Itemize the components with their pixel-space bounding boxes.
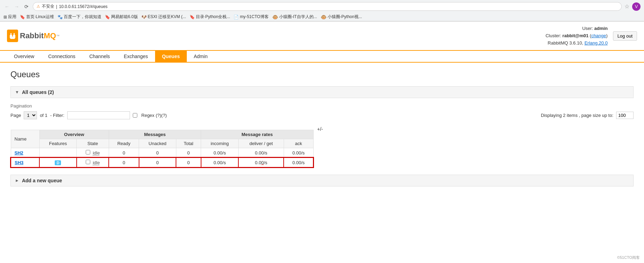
filter-input[interactable] bbox=[67, 111, 130, 119]
filter-label: - Filter: bbox=[50, 113, 64, 118]
cluster-name: rabbit@m01 bbox=[562, 33, 589, 38]
all-queues-label: All queues (2) bbox=[22, 89, 54, 95]
nav-connections[interactable]: Connections bbox=[41, 51, 82, 62]
row-features: D bbox=[39, 158, 77, 167]
row-deliver-get: 0.00/s bbox=[238, 148, 284, 158]
bookmarks-bar: ⊞ 应用 🔖 首页·Linux运维 🐾 百度一下，你就知道 🔖 网易邮箱6.0版… bbox=[0, 13, 644, 21]
bookmark-2[interactable]: 🐾 百度一下，你就知道 bbox=[58, 14, 101, 20]
row-ack: 0.00/s bbox=[284, 158, 313, 167]
row-ack: 0.00/s bbox=[284, 148, 313, 158]
add-queue-arrow-icon: ► bbox=[15, 178, 19, 183]
table-wrapper: Name Overview Messages Message rates Fea… bbox=[10, 125, 634, 168]
pagination-section: Pagination Page 1 of 1 - Filter: Regex (… bbox=[10, 103, 634, 119]
forward-button[interactable]: → bbox=[13, 3, 20, 10]
page-size-input[interactable] bbox=[616, 112, 634, 119]
col-header-incoming: incoming bbox=[201, 139, 239, 148]
nav-overview[interactable]: Overview bbox=[7, 51, 41, 62]
section-arrow-icon: ▼ bbox=[15, 90, 19, 95]
col-header-state: State bbox=[77, 139, 109, 148]
bookmark-4[interactable]: 🐶 ESXI 迁移至KVM (... bbox=[141, 14, 186, 20]
col-header-unacked: Unacked bbox=[139, 139, 176, 148]
group-header-overview: Overview bbox=[39, 130, 109, 139]
row-ready: 0 bbox=[109, 148, 139, 158]
row-state: idle bbox=[77, 158, 109, 167]
change-link[interactable]: change bbox=[591, 33, 606, 38]
version-label: RabbitMQ 3.6.10, bbox=[548, 40, 583, 46]
refresh-button[interactable]: ⟳ bbox=[23, 3, 30, 10]
add-queue-label: Add a new queue bbox=[22, 178, 62, 183]
bookmark-6[interactable]: 📄 my-51CTO博客 bbox=[233, 14, 268, 20]
nav-admin[interactable]: Admin bbox=[187, 51, 215, 62]
row-deliver-get: 0.00/s bbox=[238, 158, 284, 167]
rabbit-icon bbox=[7, 30, 18, 42]
page-title: Queues bbox=[10, 70, 634, 79]
bookmark-3[interactable]: 🔖 网易邮箱6.0版 bbox=[105, 14, 138, 20]
row-name[interactable]: SH2 bbox=[11, 148, 39, 158]
app-header: RabbitMQ™ User: admin Cluster: rabbit@m0… bbox=[0, 22, 644, 51]
row-checkbox[interactable] bbox=[86, 160, 90, 164]
page-content: Queues ▼ All queues (2) Pagination Page … bbox=[0, 63, 644, 193]
all-queues-section-header[interactable]: ▼ All queues (2) bbox=[10, 86, 634, 98]
col-header-ack: ack bbox=[284, 139, 313, 148]
bookmark-star[interactable]: ☆ bbox=[624, 3, 629, 10]
nav-channels[interactable]: Channels bbox=[82, 51, 117, 62]
erlang-link[interactable]: Erlang.20.0 bbox=[584, 40, 608, 46]
logo-image: RabbitMQ™ bbox=[7, 28, 63, 44]
svg-rect-2 bbox=[10, 33, 12, 35]
header-right: User: admin Cluster: rabbit@m01 (change)… bbox=[545, 25, 637, 47]
lock-icon: ⚠ bbox=[37, 4, 40, 9]
user-avatar[interactable]: V bbox=[632, 2, 641, 11]
nav-bar: Overview Connections Channels Exchanges … bbox=[0, 51, 644, 63]
nav-exchanges[interactable]: Exchanges bbox=[117, 51, 155, 62]
cluster-label: Cluster: bbox=[545, 33, 561, 38]
add-queue-header[interactable]: ► Add a new queue bbox=[10, 175, 634, 186]
username: admin bbox=[594, 26, 607, 31]
regex-label: Regex (?)(?) bbox=[141, 113, 167, 118]
app-container: RabbitMQ™ User: admin Cluster: rabbit@m0… bbox=[0, 22, 644, 193]
svg-rect-4 bbox=[10, 37, 15, 39]
col-header-name: Name bbox=[11, 130, 39, 148]
feature-badge: D bbox=[55, 160, 61, 165]
bookmark-1[interactable]: 🔖 首页·Linux运维 bbox=[20, 14, 54, 20]
row-checkbox[interactable] bbox=[86, 150, 90, 154]
nav-queues[interactable]: Queues bbox=[155, 51, 187, 62]
page-label: Page bbox=[10, 113, 21, 118]
logout-button[interactable]: Log out bbox=[613, 31, 637, 41]
browser-chrome: ← → ⟳ ⚠ 不安全 | 10.0.0.61:15672/#/queues ☆… bbox=[0, 0, 644, 22]
bookmark-8[interactable]: 🐵 小猿圈-Python视... bbox=[321, 14, 362, 20]
group-header-messages: Messages bbox=[109, 130, 201, 139]
col-header-total: Total bbox=[176, 139, 201, 148]
group-header-rates: Message rates bbox=[201, 130, 313, 139]
table-row[interactable]: SH3 D idle 0 0 0 0.00/s 0.00/s 0. bbox=[11, 158, 313, 167]
plus-minus-button[interactable]: +/- bbox=[315, 125, 325, 134]
bookmark-5[interactable]: 🔖 目录·Python全栈... bbox=[190, 14, 230, 20]
col-header-deliver: deliver / get bbox=[238, 139, 284, 148]
table-row[interactable]: SH2 idle 0 0 0 0.00/s 0.00/s 0.00/s bbox=[11, 148, 313, 158]
row-ready: 0 bbox=[109, 158, 139, 167]
col-header-features: Features bbox=[39, 139, 77, 148]
bookmark-apps[interactable]: ⊞ 应用 bbox=[3, 14, 16, 20]
row-unacked: 0 bbox=[139, 148, 176, 158]
state-idle-text: idle bbox=[93, 160, 100, 165]
queues-table: Name Overview Messages Message rates Fea… bbox=[10, 130, 314, 168]
row-total: 0 bbox=[176, 158, 201, 167]
pagination-controls: Page 1 of 1 - Filter: Regex (?)(?) Displ… bbox=[10, 111, 634, 119]
address-bar: ← → ⟳ ⚠ 不安全 | 10.0.0.61:15672/#/queues ☆… bbox=[0, 0, 644, 13]
svg-rect-3 bbox=[14, 33, 15, 35]
back-button[interactable]: ← bbox=[3, 3, 10, 10]
add-queue-section: ► Add a new queue bbox=[10, 175, 634, 186]
user-label: User: bbox=[582, 26, 593, 31]
row-total: 0 bbox=[176, 148, 201, 158]
address-input[interactable]: ⚠ 不安全 | 10.0.0.61:15672/#/queues bbox=[33, 2, 622, 11]
state-idle-text: idle bbox=[93, 150, 100, 156]
row-name[interactable]: SH3 bbox=[11, 158, 39, 167]
bookmark-7[interactable]: 🐵 小猿圈-IT自学人的... bbox=[272, 14, 317, 20]
logo: RabbitMQ™ bbox=[7, 28, 63, 44]
regex-checkbox[interactable] bbox=[133, 113, 137, 118]
pagination-label: Pagination bbox=[10, 103, 634, 109]
user-info: User: admin Cluster: rabbit@m01 (change)… bbox=[545, 25, 607, 47]
display-info-text: Displaying 2 items , page size up to: bbox=[541, 113, 613, 118]
row-incoming: 0.00/s bbox=[201, 158, 239, 167]
page-select[interactable]: 1 bbox=[24, 111, 37, 119]
row-incoming: 0.00/s bbox=[201, 148, 239, 158]
